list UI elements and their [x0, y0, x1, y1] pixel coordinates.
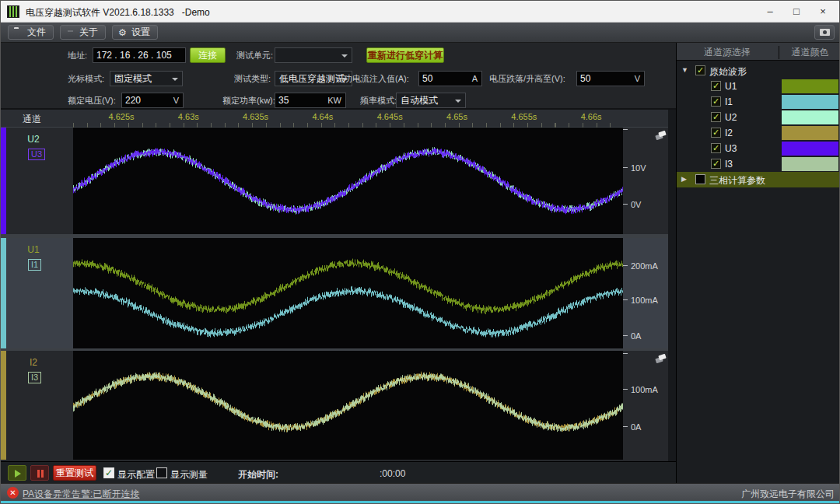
freq-mode-dropdown[interactable]: 自动模式 — [396, 93, 466, 108]
y-tick-mark — [623, 265, 628, 266]
y-tick-mark — [623, 204, 628, 205]
tree-expanded-icon[interactable]: ▼ — [681, 66, 688, 74]
y-tick-label: 100mA — [631, 296, 658, 305]
file-button[interactable]: 文件 — [8, 25, 54, 40]
connect-button[interactable]: 连接 — [190, 47, 226, 63]
play-button[interactable] — [8, 465, 26, 481]
tree-row-channel-i2-label: I2 — [725, 128, 733, 138]
start-time-value: :00:00 — [380, 468, 405, 479]
rated-power-input[interactable] — [275, 93, 327, 107]
test-unit-label: 测试单元: — [236, 47, 273, 63]
axis-lock-icon[interactable] — [654, 354, 668, 364]
control-bar: 重置测试 ✓ 显示配置 显示测量 开始时间: :00:00 — [1, 461, 676, 483]
channel-primary-label: U1 — [6, 244, 61, 255]
rated-power-unit: KW — [327, 93, 345, 107]
rated-voltage-label: 额定电压(V): — [68, 93, 116, 108]
show-config-label[interactable]: 显示配置 — [117, 468, 155, 481]
file-button-label: 文件 — [27, 26, 46, 37]
chart-header: 通道 4.625s4.63s4.635s4.64s4.645s4.65s4.65… — [1, 110, 668, 128]
about-button[interactable]: 关于 — [60, 25, 106, 40]
channel-label-column[interactable]: I2I3 — [6, 351, 73, 460]
channel-color-swatch[interactable] — [782, 142, 838, 156]
show-measure-checkbox[interactable] — [156, 467, 167, 478]
settings-button[interactable]: ⚙ 设置 — [112, 25, 158, 40]
tree-row-raw-waveform[interactable]: ▼✓原始波形 — [677, 63, 840, 79]
time-tick-label: 4.625s — [108, 112, 134, 121]
chart-scrollbar[interactable] — [668, 110, 676, 461]
y-tick-label: 10V — [631, 163, 646, 173]
time-tick-label: 4.655s — [511, 112, 537, 121]
channel-panel: 通道源选择 通道颜色 ▼✓原始波形✓U1✓I1✓U2✓I2✓U3✓I3▶三相计算… — [676, 43, 840, 483]
waveform-plot[interactable] — [73, 238, 623, 348]
company-label: 广州致远电子有限公司 — [741, 488, 835, 501]
tree-collapsed-icon[interactable]: ▶ — [681, 175, 687, 183]
tree-row-three-phase-params[interactable]: ▶三相计算参数 — [677, 172, 840, 187]
window-bottom-edge — [1, 501, 840, 504]
tree-row-three-phase-params-checkbox[interactable] — [695, 174, 705, 184]
tree-row-channel-i2[interactable]: ✓I2 — [677, 125, 840, 141]
tree-row-channel-i1-label: I1 — [725, 96, 733, 107]
reset-test-button[interactable]: 重置测试 — [53, 465, 96, 481]
channel-color-swatch[interactable] — [782, 157, 838, 171]
axis-lock-icon[interactable] — [654, 131, 668, 141]
start-time-label: 开始时间: — [238, 468, 278, 481]
tree-row-channel-i3-checkbox[interactable]: ✓ — [711, 159, 721, 169]
test-unit-dropdown[interactable] — [275, 47, 352, 63]
time-tick-label: 4.64s — [312, 112, 333, 121]
reactive-current-input[interactable] — [419, 72, 472, 86]
waveform-plot[interactable] — [73, 351, 623, 460]
channel-color-swatch[interactable] — [782, 126, 838, 140]
channel-label-column[interactable]: U2U3 — [6, 128, 73, 234]
tree-row-channel-i1-checkbox[interactable]: ✓ — [711, 96, 721, 107]
tree-row-channel-u2-checkbox[interactable]: ✓ — [711, 112, 721, 122]
rated-voltage-input[interactable] — [122, 93, 173, 107]
cursor-mode-dropdown[interactable]: 固定模式 — [110, 71, 183, 86]
recalculate-button[interactable]: 重新进行低穿计算 — [366, 47, 444, 63]
time-tick-label: 4.65s — [446, 112, 467, 121]
tree-row-channel-i2-checkbox[interactable]: ✓ — [711, 128, 721, 138]
voltage-sag-unit: V — [635, 72, 644, 86]
tree-row-channel-i3[interactable]: ✓I3 — [677, 156, 840, 172]
channel-boxed-label[interactable]: U3 — [28, 149, 45, 160]
show-config-checkbox[interactable]: ✓ — [103, 467, 114, 478]
charts-region: 通道 4.625s4.63s4.635s4.64s4.645s4.65s4.65… — [1, 110, 676, 461]
channel-color-swatch[interactable] — [782, 110, 838, 124]
tree-row-channel-i1[interactable]: ✓I1 — [677, 94, 840, 110]
channel-color-swatch[interactable] — [782, 79, 838, 93]
chevron-down-icon — [172, 78, 178, 81]
y-tick-mark — [623, 167, 628, 168]
axis-lock-icon-part — [658, 131, 666, 137]
y-axis-column: 100mA0A — [623, 351, 668, 460]
voltage-sag-input[interactable] — [577, 72, 635, 86]
tree-row-channel-i3-label: I3 — [725, 159, 733, 170]
pause-button[interactable] — [30, 465, 49, 481]
close-button[interactable]: × — [810, 1, 836, 23]
y-axis-column: 10V0V — [623, 128, 668, 234]
screenshot-button[interactable] — [814, 25, 835, 40]
tree-row-channel-u3-checkbox[interactable]: ✓ — [711, 143, 721, 153]
channel-color-strip — [1, 238, 6, 348]
tree-row-raw-waveform-checkbox[interactable]: ✓ — [695, 65, 705, 75]
channel-boxed-label[interactable]: I3 — [28, 372, 41, 383]
chart-separator — [1, 234, 668, 238]
address-input[interactable] — [93, 48, 185, 62]
tree-row-channel-u1-checkbox[interactable]: ✓ — [711, 81, 721, 91]
tree-row-channel-u1[interactable]: ✓U1 — [677, 79, 840, 94]
channel-boxed-label[interactable]: I1 — [28, 259, 41, 271]
tree-row-channel-u2[interactable]: ✓U2 — [677, 110, 840, 125]
cursor-mode-label: 光标模式: — [68, 71, 104, 86]
address-label: 地址: — [68, 47, 87, 63]
alarm-link[interactable]: PA设备异常告警:已断开连接 — [23, 488, 139, 501]
channel-label-column[interactable]: U1I1 — [6, 238, 73, 348]
show-measure-label[interactable]: 显示测量 — [170, 468, 208, 481]
chart-i2-i3: I2I3100mA0A — [1, 351, 668, 460]
y-axis-column: 200mA100mA0A — [623, 238, 668, 348]
reactive-current-label: 无功电流注入值(A): — [335, 71, 409, 86]
maximize-button[interactable]: □ — [783, 1, 810, 23]
tree-row-raw-waveform-label: 原始波形 — [709, 65, 747, 79]
minimize-button[interactable]: – — [757, 1, 783, 23]
tree-row-channel-u3[interactable]: ✓U3 — [677, 141, 840, 156]
window-controls: – □ × — [757, 1, 836, 23]
channel-color-swatch[interactable] — [782, 95, 838, 109]
waveform-plot[interactable] — [73, 128, 623, 234]
